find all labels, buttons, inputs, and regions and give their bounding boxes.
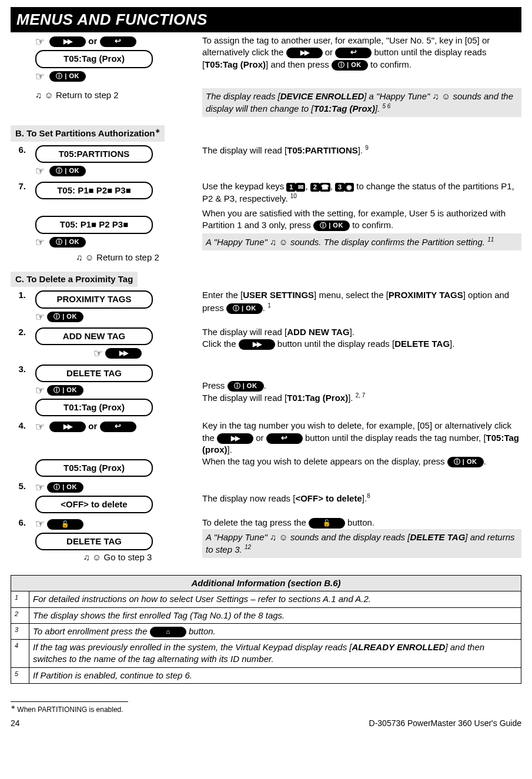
- ok-button[interactable]: [49, 71, 86, 82]
- page-header: MENUS AND FUNCTIONS: [11, 7, 521, 32]
- result-box: The display reads [DEVICE ENROLLED] a "H…: [202, 88, 521, 118]
- lcd-display: <OFF> to delete: [35, 496, 153, 513]
- step-6: 6. T05:PARTITIONS ☞ The display will rea…: [11, 144, 521, 179]
- ok-button[interactable]: [47, 312, 83, 322]
- table-row: 3: [11, 623, 29, 639]
- table-row: 1: [11, 591, 29, 607]
- hand-icon: ☞: [35, 420, 45, 434]
- tune-icon: [270, 532, 290, 542]
- forward-button[interactable]: [105, 348, 142, 359]
- lcd-display: T05:Tag (Prox): [35, 50, 153, 68]
- lcd-display: T05:PARTITIONS: [35, 145, 153, 163]
- section-b-heading: B. To Set Partitions Authorization∗: [11, 125, 165, 141]
- ok-button[interactable]: [49, 237, 86, 248]
- back-button[interactable]: [100, 36, 136, 47]
- step-number: 2.: [11, 326, 29, 338]
- result-box: A "Happy Tune" sounds. The display confi…: [202, 233, 521, 250]
- forward-button[interactable]: [239, 339, 275, 350]
- step-number: 6.: [11, 517, 29, 529]
- instruction-text: Enter the [USER SETTINGS] menu, select t…: [200, 289, 521, 314]
- hand-icon: ☞: [35, 164, 45, 178]
- table-row: The display shows the first enrolled Tag…: [29, 607, 521, 623]
- step-c6: 6. ☞ DELETE TAG Go to step 3 To delete t…: [11, 517, 521, 563]
- tune-icon: [270, 237, 290, 247]
- ok-button[interactable]: [47, 385, 83, 396]
- unlock-button[interactable]: [47, 519, 83, 530]
- key-1b[interactable]: ✉: [296, 183, 305, 192]
- table-row: 2: [11, 607, 29, 623]
- ok-button[interactable]: [49, 166, 86, 176]
- tune-icon: [83, 552, 104, 562]
- section-c-heading: C. To Delete a Proximity Tag: [11, 272, 138, 287]
- lcd-display: T05: P1■ P2■ P3■: [35, 182, 153, 199]
- step-c2: 2. ADD NEW TAG ☞ The display will read […: [11, 326, 521, 361]
- info-title: Additional Information (section B.6): [11, 576, 521, 591]
- key-2[interactable]: 2: [310, 183, 320, 192]
- step-c5: 5. ☞ <OFF> to delete The display now rea…: [11, 480, 521, 515]
- footnote: ∗ When PARTITIONING is enabled.: [11, 703, 521, 714]
- tune-icon: [76, 252, 96, 262]
- step-7: 7. T05: P1■ P2■ P3■ T05: P1■ P2 P3■ ☞ Re…: [11, 180, 521, 263]
- ok-button[interactable]: [313, 220, 350, 231]
- page-footer: 24 D-305736 PowerMaster 360 User's Guide: [11, 718, 521, 729]
- lcd-display: T05: P1■ P2 P3■: [35, 216, 153, 233]
- instruction-text: To delete the tag press the button.: [202, 517, 521, 529]
- tune-icon: [433, 91, 453, 101]
- or-label: or: [88, 421, 97, 431]
- step-number: 5.: [11, 480, 29, 492]
- lcd-display: DELETE TAG: [35, 365, 153, 382]
- ok-button[interactable]: [226, 303, 263, 314]
- table-row: 5: [11, 667, 29, 683]
- instruction-text: The display will read [T05:PARTITIONS]. …: [200, 144, 521, 156]
- key-2b[interactable]: ☎: [320, 183, 330, 192]
- step-number: 6.: [11, 144, 29, 156]
- table-row: To abort enrollment press the button.: [29, 623, 521, 639]
- footnote-separator: [11, 701, 128, 702]
- step-c4: 4. ☞ or T05:Tag (Prox) Key in the tag nu…: [11, 420, 521, 478]
- hand-icon: ☞: [35, 383, 45, 397]
- step-c1: 1. PROXIMITY TAGS ☞ Enter the [USER SETT…: [11, 289, 521, 324]
- ok-button[interactable]: [447, 457, 484, 467]
- home-button[interactable]: [150, 627, 186, 637]
- forward-button[interactable]: [286, 48, 323, 58]
- key-3b[interactable]: ◉: [344, 183, 354, 192]
- forward-button[interactable]: [217, 433, 253, 444]
- sec-a-row: ☞ or T05:Tag (Prox) ☞ Return to step 2 T…: [11, 35, 521, 117]
- back-button[interactable]: [335, 48, 372, 58]
- hand-icon: ☞: [35, 35, 45, 49]
- ok-button[interactable]: [227, 381, 264, 392]
- tune-icon: [35, 90, 56, 100]
- forward-button[interactable]: [49, 422, 86, 432]
- back-button[interactable]: [266, 433, 303, 444]
- hand-icon: ☞: [35, 235, 45, 249]
- doc-title: D-305736 PowerMaster 360 User's Guide: [369, 718, 521, 729]
- ok-button[interactable]: [332, 60, 368, 71]
- step-number: 4.: [11, 420, 29, 432]
- lcd-display: DELETE TAG: [35, 533, 153, 550]
- lcd-display: ADD NEW TAG: [35, 327, 153, 345]
- instruction-text: Key in the tag number you wish to delete…: [200, 420, 521, 467]
- return-label: Return to step 2: [56, 90, 119, 100]
- ok-button[interactable]: [47, 482, 83, 493]
- back-button[interactable]: [100, 422, 136, 432]
- instruction-text: Use the keypad keys 1✉, 2☎, 3◉ to change…: [202, 180, 521, 205]
- step-number: 7.: [11, 180, 29, 192]
- step-number: 3.: [11, 363, 29, 375]
- return-label: Return to step 2: [96, 252, 159, 262]
- table-row: If the tag was previously enrolled in th…: [29, 640, 521, 668]
- unlock-button[interactable]: [309, 518, 345, 529]
- instruction-text: When you are satisfied with the setting,…: [202, 208, 521, 232]
- hand-icon: ☞: [35, 480, 45, 494]
- hand-icon: ☞: [35, 310, 45, 324]
- instruction-text: The display will read [ADD NEW TAG]. Cli…: [200, 326, 521, 350]
- lcd-display: T01:Tag (Prox): [35, 399, 153, 416]
- key-1[interactable]: 1: [286, 183, 296, 192]
- table-row: If Partition is enabled, continue to ste…: [29, 667, 521, 683]
- instruction-text: The display now reads [<OFF> to delete].…: [200, 480, 521, 504]
- hand-icon: ☞: [35, 69, 45, 83]
- forward-button[interactable]: [49, 36, 86, 47]
- result-box: A "Happy Tune" sounds and the display re…: [202, 529, 521, 559]
- goto-label: Go to step 3: [104, 552, 152, 562]
- key-3[interactable]: 3: [335, 183, 344, 192]
- table-row: For detailed instructions on how to sele…: [29, 591, 521, 607]
